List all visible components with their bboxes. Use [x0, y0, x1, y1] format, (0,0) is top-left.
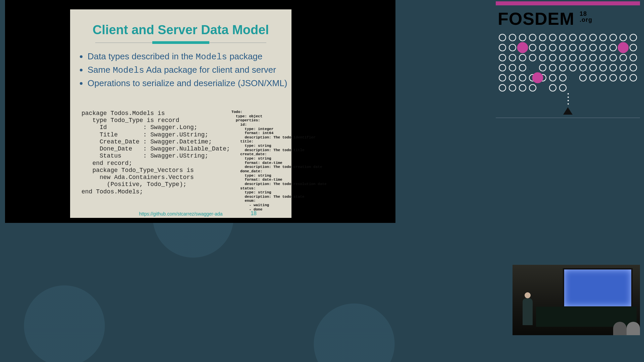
svg-point-24	[610, 44, 616, 51]
brand-domain: .org	[580, 16, 592, 23]
svg-point-47	[580, 64, 586, 71]
svg-point-36	[600, 54, 606, 61]
svg-point-66	[499, 84, 506, 91]
brand-wordmark: FOSDEM 18 .org	[496, 9, 640, 29]
svg-point-8	[580, 34, 586, 41]
svg-point-50	[610, 64, 616, 71]
svg-point-19	[559, 44, 566, 51]
svg-point-69	[529, 84, 536, 91]
svg-point-68	[519, 84, 526, 91]
ada-code-block: package Todos.Models is type Todo_Type i…	[82, 110, 230, 204]
tower-icon	[563, 107, 573, 115]
svg-point-65	[630, 74, 637, 81]
svg-point-13	[630, 34, 637, 41]
svg-point-4	[539, 34, 546, 41]
svg-point-11	[610, 34, 616, 41]
svg-point-72	[517, 42, 528, 53]
svg-point-70	[549, 84, 556, 91]
slide: Client and Server Data Model Data types …	[70, 9, 291, 218]
bullet-2-text-a: Same	[88, 65, 113, 75]
svg-point-41	[509, 64, 516, 71]
svg-point-40	[499, 64, 506, 71]
svg-point-42	[519, 64, 526, 71]
code-columns: package Todos.Models is type Todo_Type i…	[82, 110, 285, 204]
svg-point-15	[509, 44, 516, 51]
svg-point-74	[532, 72, 543, 83]
svg-point-51	[620, 64, 627, 71]
svg-point-34	[580, 54, 586, 61]
svg-point-53	[499, 74, 506, 81]
svg-point-44	[549, 64, 556, 71]
bullet-1-mono: Models	[196, 52, 227, 62]
svg-point-30	[539, 54, 546, 61]
pip-audience-head	[627, 322, 640, 335]
svg-point-61	[590, 74, 596, 81]
bullet-2-mono: Models	[113, 65, 144, 75]
svg-point-32	[559, 54, 566, 61]
svg-point-62	[600, 74, 606, 81]
svg-point-2	[519, 34, 526, 41]
svg-point-49	[600, 64, 606, 71]
svg-point-38	[620, 54, 627, 61]
svg-point-73	[618, 42, 629, 53]
svg-point-31	[549, 54, 556, 61]
svg-point-28	[519, 54, 526, 61]
svg-point-54	[509, 74, 516, 81]
svg-point-12	[620, 34, 627, 41]
svg-point-5	[549, 34, 556, 41]
bullet-list: Data types described in the Models packa…	[88, 51, 291, 88]
svg-point-35	[590, 54, 596, 61]
svg-point-59	[559, 74, 566, 81]
svg-point-43	[539, 64, 546, 71]
brand-panel: FOSDEM 18 .org	[496, 0, 640, 127]
camera-pip	[513, 265, 640, 335]
svg-point-26	[499, 54, 506, 61]
yaml-code-block: Todo: type: object properties: id: type:…	[231, 110, 327, 204]
svg-point-29	[529, 54, 536, 61]
bullet-1: Data types described in the Models packa…	[88, 51, 291, 62]
svg-point-33	[570, 54, 576, 61]
svg-point-9	[590, 34, 596, 41]
svg-point-39	[630, 54, 637, 61]
svg-point-64	[620, 74, 627, 81]
svg-point-22	[590, 44, 596, 51]
slide-title: Client and Server Data Model	[70, 23, 291, 37]
svg-point-14	[499, 44, 506, 51]
svg-point-20	[570, 44, 576, 51]
title-underline	[95, 41, 266, 45]
svg-point-27	[509, 54, 516, 61]
svg-point-45	[559, 64, 566, 71]
svg-point-0	[499, 34, 506, 41]
svg-point-60	[580, 74, 586, 81]
svg-point-7	[570, 34, 576, 41]
svg-point-23	[600, 44, 606, 51]
bullet-3: Operations to serialize and deserialize …	[88, 78, 291, 88]
svg-point-71	[559, 84, 566, 91]
pip-projector-screen	[563, 268, 633, 308]
brand-year: 18	[580, 10, 587, 17]
svg-point-21	[580, 44, 586, 51]
brand-name: FOSDEM	[498, 9, 574, 28]
presentation-stage: Client and Server Data Model Data types …	[5, 0, 395, 223]
brand-divider	[496, 118, 640, 118]
svg-point-16	[529, 44, 536, 51]
svg-point-3	[529, 34, 536, 41]
gears-svg	[496, 31, 640, 95]
footer-link: https://github.com/stcarrez/swagger-ada	[70, 211, 291, 217]
pip-speaker	[523, 298, 533, 325]
svg-point-1	[509, 34, 516, 41]
svg-point-18	[549, 44, 556, 51]
bullet-2: Same Models Ada package for client and s…	[88, 65, 291, 75]
svg-point-46	[570, 64, 576, 71]
svg-point-17	[539, 44, 546, 51]
bullet-2-text-b: Ada package for client and server	[144, 65, 276, 75]
pip-audience-head	[613, 322, 627, 335]
brand-gears-art	[496, 31, 640, 115]
svg-point-63	[610, 74, 616, 81]
svg-point-67	[509, 84, 516, 91]
brand-accent-bar	[496, 1, 640, 5]
svg-point-37	[610, 54, 616, 61]
svg-point-52	[630, 64, 637, 71]
bullet-1-text-b: package	[227, 51, 263, 61]
svg-point-6	[559, 34, 566, 41]
